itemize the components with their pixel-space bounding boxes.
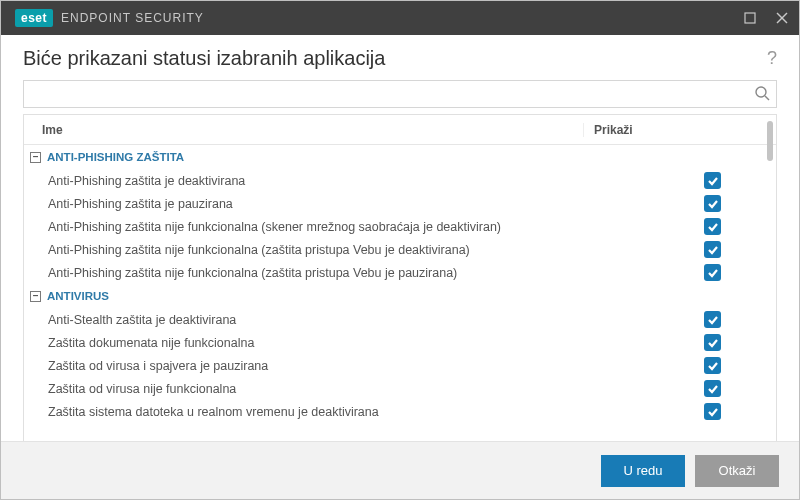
column-name[interactable]: Ime [24,123,584,137]
table-row[interactable]: Zaštita od virusa nije funkcionalna [24,377,776,400]
checkbox[interactable] [704,264,721,281]
brand-badge: eset [15,9,53,27]
table-header: Ime Prikaži [24,115,776,145]
minimize-icon[interactable] [743,11,757,25]
group-title: ANTI-PHISHING ZAŠTITA [47,151,184,163]
checkbox[interactable] [704,380,721,397]
group-header[interactable]: –ANTIVIRUS [24,284,776,308]
item-check-cell [584,264,776,281]
item-label: Anti-Phishing zaštita je pauzirana [24,197,584,211]
column-show[interactable]: Prikaži [584,123,776,137]
scrollbar-thumb[interactable] [767,121,773,161]
help-icon[interactable]: ? [767,48,777,69]
search-field[interactable] [23,80,777,108]
table-row[interactable]: Anti-Stealth zaštita je deaktivirana [24,308,776,331]
close-icon[interactable] [775,11,789,25]
item-check-cell [584,241,776,258]
table-row[interactable]: Anti-Phishing zaštita je pauzirana [24,192,776,215]
collapse-icon[interactable]: – [30,291,41,302]
checkbox[interactable] [704,172,721,189]
brand: eset ENDPOINT SECURITY [15,9,204,27]
collapse-icon[interactable]: – [30,152,41,163]
checkbox[interactable] [704,241,721,258]
item-label: Anti-Phishing zaštita je deaktivirana [24,174,584,188]
checkbox[interactable] [704,218,721,235]
table-row[interactable]: Zaštita dokumenata nije funkcionalna [24,331,776,354]
item-check-cell [584,380,776,397]
table-row[interactable]: Anti-Phishing zaštita nije funkcionalna … [24,238,776,261]
item-check-cell [584,311,776,328]
table-row[interactable]: Anti-Phishing zaštita nije funkcionalna … [24,261,776,284]
table-body: –ANTI-PHISHING ZAŠTITAAnti-Phishing zašt… [24,145,776,451]
footer: U redu Otkaži [1,441,799,499]
checkbox[interactable] [704,311,721,328]
checkbox[interactable] [704,195,721,212]
titlebar: eset ENDPOINT SECURITY [1,1,799,35]
status-table: Ime Prikaži –ANTI-PHISHING ZAŠTITAAnti-P… [23,114,777,452]
item-label: Zaštita sistema datoteka u realnom vreme… [24,405,584,419]
header: Biće prikazani statusi izabranih aplikac… [1,35,799,80]
item-label: Zaštita od virusa nije funkcionalna [24,382,584,396]
item-label: Anti-Stealth zaštita je deaktivirana [24,313,584,327]
group-title: ANTIVIRUS [47,290,109,302]
item-label: Zaštita dokumenata nije funkcionalna [24,336,584,350]
ok-button[interactable]: U redu [601,455,685,487]
table-row[interactable]: Zaštita od virusa i spajvera je pauziran… [24,354,776,377]
cancel-button[interactable]: Otkaži [695,455,779,487]
checkbox[interactable] [704,357,721,374]
group-header[interactable]: –ANTI-PHISHING ZAŠTITA [24,145,776,169]
brand-product: ENDPOINT SECURITY [61,11,204,25]
checkbox[interactable] [704,334,721,351]
item-label: Anti-Phishing zaštita nije funkcionalna … [24,220,584,234]
table-row[interactable]: Anti-Phishing zaštita nije funkcionalna … [24,215,776,238]
item-label: Anti-Phishing zaštita nije funkcionalna … [24,266,584,280]
item-label: Anti-Phishing zaštita nije funkcionalna … [24,243,584,257]
item-label: Zaštita od virusa i spajvera je pauziran… [24,359,584,373]
search-input[interactable] [24,81,776,107]
item-check-cell [584,334,776,351]
table-row[interactable]: Anti-Phishing zaštita je deaktivirana [24,169,776,192]
svg-point-3 [756,87,766,97]
search-icon[interactable] [754,85,770,105]
item-check-cell [584,172,776,189]
table-row[interactable]: Zaštita sistema datoteka u realnom vreme… [24,400,776,423]
svg-rect-0 [745,13,755,23]
item-check-cell [584,357,776,374]
item-check-cell [584,218,776,235]
item-check-cell [584,195,776,212]
page-title: Biće prikazani statusi izabranih aplikac… [23,47,385,70]
window-controls [743,11,789,25]
item-check-cell [584,403,776,420]
svg-line-4 [765,96,769,100]
checkbox[interactable] [704,403,721,420]
